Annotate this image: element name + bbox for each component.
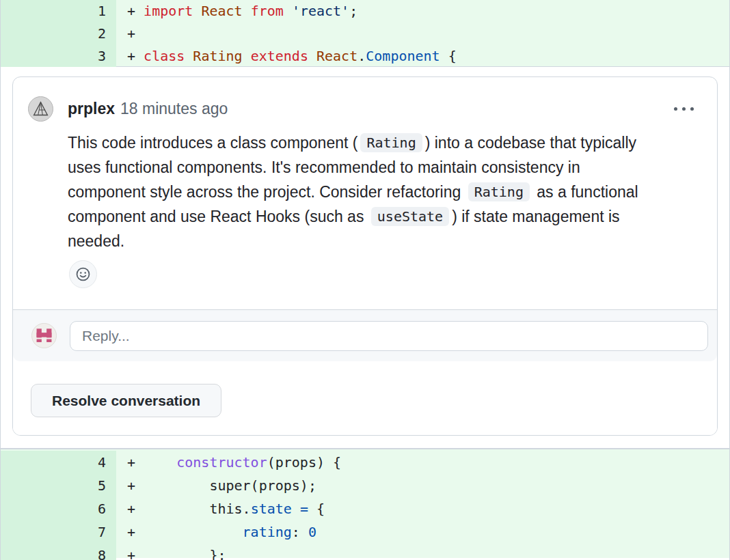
comment-text: uses functional components. It's recomme… <box>68 158 580 177</box>
diff-code-section-top: 1+ import React from 'react';2+3+ class … <box>1 0 729 67</box>
comment-body-text: This code introduces a class component (… <box>68 130 697 253</box>
diff-addition-row: 4+ constructor(props) { <box>1 451 729 474</box>
review-comment-card: prplex 18 minutes ago This code introduc… <box>12 76 718 436</box>
comment-text: component style across the project. Cons… <box>68 183 465 201</box>
comment-timestamp: 18 minutes ago <box>120 100 228 118</box>
diff-addition-row: 6+ this.state = { <box>1 497 729 520</box>
diff-addition-row: 7+ rating: 0 <box>1 520 729 544</box>
comment-body-line: uses functional components. It's recomme… <box>68 155 697 180</box>
diff-addition-row: 1+ import React from 'react'; <box>1 0 729 23</box>
diff-addition-row: 2+ <box>1 23 729 45</box>
code-line: + <box>116 25 729 42</box>
pixel-h-logo-icon <box>32 323 56 348</box>
comment-body-line: needed. <box>68 229 697 253</box>
kebab-menu-button[interactable] <box>671 102 697 116</box>
triangle-logo-icon <box>29 96 53 122</box>
inline-code-chip: Rating <box>360 133 422 152</box>
comment-text: needed. <box>68 232 124 251</box>
code-line: + }; <box>116 547 729 560</box>
diff-addition-row: 5+ super(props); <box>1 474 729 497</box>
reply-input[interactable] <box>70 321 708 351</box>
comment-main: prplex 18 minutes ago This code introduc… <box>13 77 717 288</box>
line-number[interactable]: 8 <box>1 544 116 560</box>
code-line: + import React from 'react'; <box>116 3 729 19</box>
comment-header: prplex 18 minutes ago <box>28 96 697 122</box>
review-comment-row: prplex 18 minutes ago This code introduc… <box>1 67 729 449</box>
inline-code-chip: useState <box>371 207 449 226</box>
comment-text: ) into a codebase that typically <box>425 134 636 152</box>
line-number[interactable]: 6 <box>1 497 116 520</box>
comment-body-line: This code introduces a class component (… <box>68 130 697 155</box>
line-number[interactable]: 5 <box>1 474 116 497</box>
diff-addition-row: 3+ class Rating extends React.Component … <box>1 44 729 67</box>
kebab-dot-icon <box>674 107 677 111</box>
kebab-dot-icon <box>690 107 694 111</box>
comment-body-line: component and use React Hooks (such as u… <box>68 204 697 229</box>
reply-section <box>13 309 717 361</box>
comment-text: This code introduces a class component ( <box>68 134 357 152</box>
comment-body-line: component style across the project. Cons… <box>68 180 697 204</box>
line-number[interactable]: 7 <box>1 520 116 544</box>
code-line: + this.state = { <box>116 501 729 517</box>
kebab-dot-icon <box>682 107 686 111</box>
pr-review-thread-page: 1+ import React from 'react';2+3+ class … <box>0 0 730 560</box>
diff-code-section-bottom: 4+ constructor(props) {5+ super(props);6… <box>1 449 729 558</box>
line-number[interactable]: 3 <box>1 44 116 67</box>
comment-text: component and use React Hooks (such as <box>68 208 368 226</box>
author-username[interactable]: prplex <box>68 100 115 118</box>
code-line: + class Rating extends React.Component { <box>116 48 729 64</box>
author-avatar[interactable] <box>28 96 53 122</box>
smiley-icon <box>75 266 92 283</box>
diff-addition-row: 8+ }; <box>1 544 729 560</box>
line-number[interactable]: 1 <box>1 0 116 23</box>
emoji-reaction-button[interactable] <box>69 260 97 288</box>
resolve-conversation-button[interactable]: Resolve conversation <box>31 384 221 417</box>
current-user-avatar <box>31 323 57 348</box>
comment-text: ) if state management is <box>452 208 619 226</box>
line-number[interactable]: 2 <box>1 23 116 45</box>
code-line: + rating: 0 <box>116 524 729 540</box>
card-footer: Resolve conversation <box>13 361 717 435</box>
inline-code-chip: Rating <box>468 182 530 201</box>
comment-text: as a functional <box>532 183 638 201</box>
line-number[interactable]: 4 <box>1 451 116 474</box>
code-line: + constructor(props) { <box>116 454 729 471</box>
code-line: + super(props); <box>116 477 729 494</box>
